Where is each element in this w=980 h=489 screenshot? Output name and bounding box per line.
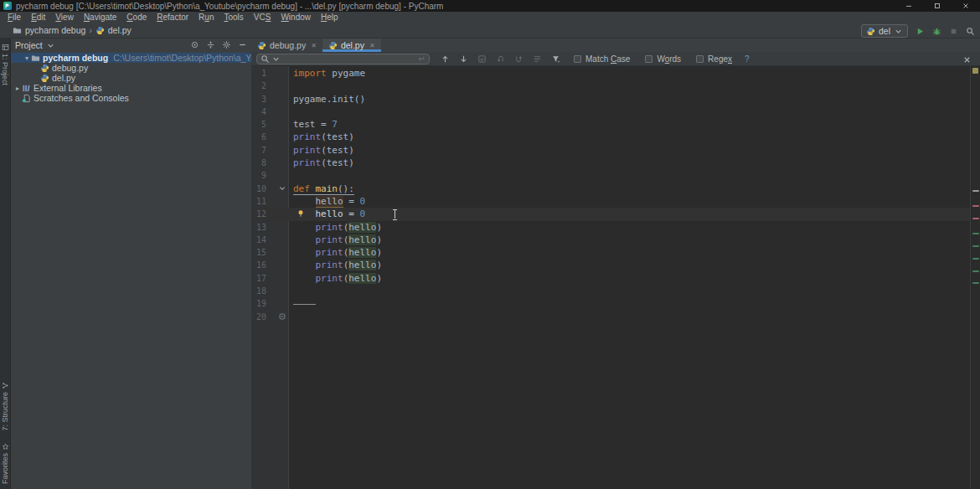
tool-window-button-favorites[interactable]: Favorites	[1, 443, 9, 484]
menu-item-refactor[interactable]: Refactor	[152, 13, 193, 22]
close-tab-icon[interactable]: ✕	[311, 42, 317, 49]
window-title: pycharm debug [C:\Users\timot\Desktop\Py…	[16, 2, 443, 11]
breadcrumb-item[interactable]: del.py	[95, 25, 132, 35]
search-in-selection-icon[interactable]	[477, 54, 487, 64]
collapse-all-icon[interactable]	[206, 40, 215, 49]
menu-item-file[interactable]: File	[3, 13, 26, 22]
menu-item-help[interactable]: Help	[316, 13, 343, 22]
stripe-mark[interactable]	[972, 282, 979, 284]
menu-item-tools[interactable]: Tools	[219, 13, 248, 22]
code-line-1[interactable]: 1import pygame	[251, 67, 970, 80]
checkbox-regex[interactable]	[696, 55, 704, 63]
close-find-bar-icon[interactable]	[962, 55, 972, 64]
code-text: print(hello)	[289, 246, 382, 259]
stripe-mark[interactable]	[972, 205, 979, 207]
code-line-15[interactable]: 15 print(hello)	[251, 246, 970, 259]
menu-item-edit[interactable]: Edit	[26, 13, 50, 22]
scratches-icon	[22, 94, 31, 103]
stripe-mark[interactable]	[972, 218, 979, 219]
breadcrumb-item[interactable]: pycharm debug	[13, 25, 85, 35]
expand-arrow-icon[interactable]: ▾	[23, 54, 31, 62]
code-line-20[interactable]: 20	[251, 311, 970, 323]
code-line-12[interactable]: 12 hello = 0	[251, 208, 970, 220]
debug-icon[interactable]	[932, 27, 941, 36]
filter-icon[interactable]	[551, 54, 560, 64]
collapse-arrow-icon[interactable]: ▸	[13, 85, 22, 92]
tree-item-debug-py[interactable]: debug.py	[11, 63, 251, 73]
project-panel-title[interactable]: Project	[15, 40, 43, 50]
fold-start-icon[interactable]	[278, 184, 286, 193]
previous-match-icon[interactable]	[441, 54, 450, 64]
error-stripe[interactable]	[970, 66, 980, 489]
search-input[interactable]	[282, 54, 415, 64]
project-tool-window: Project ▾pycharm debugC:\Users\timot\Des…	[11, 39, 251, 489]
editor-tab-debug-py[interactable]: debug.py✕	[251, 39, 322, 52]
code-line-7[interactable]: 7print(test)	[251, 144, 970, 157]
enter-icon	[416, 54, 426, 64]
stripe-mark[interactable]	[972, 190, 979, 192]
python-file-icon	[866, 27, 875, 36]
run-configuration-selector[interactable]: del	[861, 24, 908, 38]
fold-column	[266, 67, 289, 80]
locate-icon[interactable]	[190, 40, 199, 49]
editor-tab-del-py[interactable]: del.py✕	[322, 39, 381, 52]
maximize-button[interactable]	[923, 0, 952, 12]
menu-item-vcs[interactable]: VCS	[249, 13, 276, 22]
checkbox-label[interactable]: Regex	[708, 54, 732, 64]
code-line-17[interactable]: 17 print(hello)	[251, 272, 970, 285]
stripe-mark[interactable]	[972, 270, 979, 272]
code-line-9[interactable]: 9	[251, 169, 970, 182]
code-line-6[interactable]: 6print(test)	[251, 131, 970, 143]
code-line-11[interactable]: 11 hello = 0	[251, 195, 970, 208]
maximize-icon	[933, 2, 941, 10]
fold-end-icon[interactable]	[278, 312, 286, 321]
code-line-14[interactable]: 14 print(hello)	[251, 234, 970, 246]
search-everywhere-icon[interactable]	[966, 27, 975, 36]
code-line-3[interactable]: 3pygame.init()	[251, 93, 970, 106]
tree-item-external-libraries[interactable]: ▸External Libraries	[11, 83, 251, 93]
code-line-4[interactable]: 4	[251, 106, 970, 118]
checkbox-label[interactable]: Match Case	[585, 54, 630, 64]
tree-item-pycharm-debug[interactable]: ▾pycharm debugC:\Users\timot\Desktop\Pyt…	[11, 53, 251, 63]
next-match-icon[interactable]	[459, 54, 468, 64]
code-line-10[interactable]: 10def main():	[251, 183, 970, 195]
code-line-2[interactable]: 2	[251, 80, 970, 92]
checkbox-label[interactable]: Words	[657, 54, 681, 64]
hide-icon[interactable]	[238, 40, 247, 49]
inspection-status-square[interactable]	[972, 68, 978, 74]
code-line-8[interactable]: 8print(test)	[251, 157, 970, 169]
close-button[interactable]	[952, 0, 980, 12]
intention-bulb-icon[interactable]	[297, 209, 305, 218]
search-field[interactable]	[256, 54, 430, 64]
code-line-19[interactable]: 19	[251, 297, 970, 310]
chevron-down-icon[interactable]	[46, 41, 55, 50]
tree-item-del-py[interactable]: del.py	[11, 73, 251, 83]
menu-item-navigate[interactable]: Navigate	[79, 13, 121, 22]
stripe-mark[interactable]	[972, 245, 979, 247]
run-icon[interactable]	[916, 27, 925, 36]
code-line-13[interactable]: 13 print(hello)	[251, 221, 970, 234]
checkbox-match-case[interactable]	[574, 55, 581, 63]
tool-window-button--structure[interactable]: 7: Structure	[1, 382, 9, 431]
stripe-mark[interactable]	[972, 258, 979, 260]
project-header-actions	[183, 40, 247, 51]
search-history-chevron-icon[interactable]	[271, 54, 281, 64]
stripe-mark[interactable]	[972, 233, 979, 234]
settings-icon[interactable]	[222, 40, 231, 49]
code-line-5[interactable]: 5test = 7	[251, 118, 970, 131]
find-help-link[interactable]: ?	[745, 54, 750, 64]
code-line-16[interactable]: 16 print(hello)	[251, 259, 970, 271]
menu-item-window[interactable]: Window	[276, 13, 316, 22]
tool-window-button-label: Favorites	[1, 453, 9, 484]
tool-window-button--project[interactable]: 1: Project	[1, 44, 9, 85]
menu-item-view[interactable]: View	[50, 13, 79, 22]
fold-column	[266, 144, 289, 157]
close-tab-icon[interactable]: ✕	[369, 42, 375, 49]
tree-item-scratches-and-consoles[interactable]: Scratches and Consoles	[11, 93, 251, 103]
minimize-button[interactable]	[895, 0, 923, 12]
menu-item-code[interactable]: Code	[121, 13, 152, 22]
checkbox-words[interactable]	[645, 55, 652, 63]
editor[interactable]: 1import pygame23pygame.init()45test = 76…	[251, 66, 980, 489]
code-line-18[interactable]: 18	[251, 285, 970, 297]
menu-item-run[interactable]: Run	[193, 13, 219, 22]
